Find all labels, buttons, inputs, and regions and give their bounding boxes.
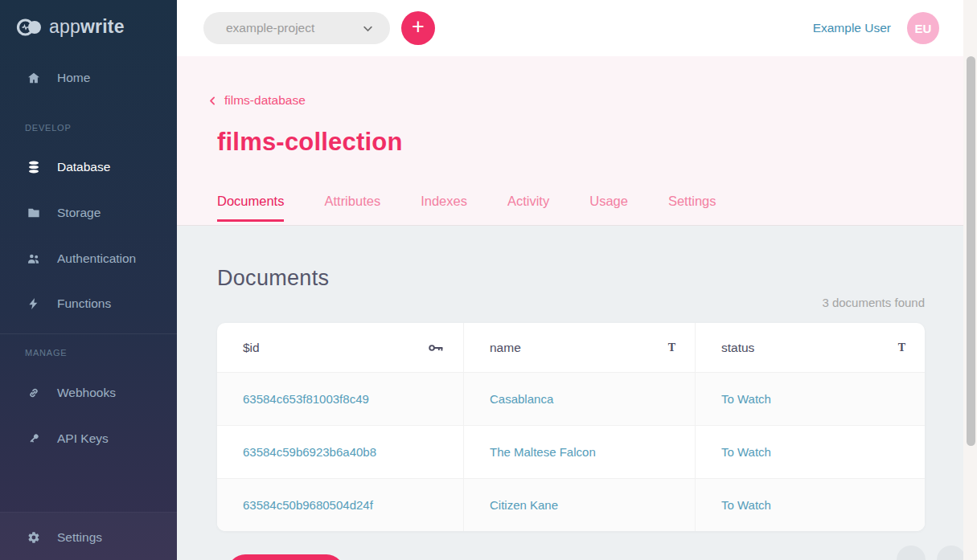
column-header-name[interactable]: name T [463, 323, 695, 372]
cell-document-id[interactable]: 63584c50b9680504d24f [217, 479, 463, 531]
sidebar-item-functions[interactable]: Functions [27, 294, 111, 313]
gear-icon [27, 531, 40, 544]
scrollbar-track[interactable] [963, 0, 977, 560]
plus-icon: + [412, 16, 425, 38]
project-selector-value: example-project [226, 21, 314, 35]
cell-name[interactable]: Casablanca [463, 373, 695, 425]
folder-icon [27, 206, 40, 219]
appwrite-logo[interactable]: appwrite [16, 16, 125, 38]
user-area: Example User EU [813, 0, 939, 56]
sidebar-item-label: Functions [57, 296, 111, 311]
tab-usage[interactable]: Usage [589, 194, 628, 222]
breadcrumb[interactable]: films-database [207, 93, 306, 108]
user-name[interactable]: Example User [813, 21, 891, 35]
logo-wordmark: appwrite [49, 16, 125, 38]
table-header-row: $id name T status T [217, 323, 925, 372]
sidebar-item-storage[interactable]: Storage [27, 203, 101, 223]
sidebar-item-label: Database [57, 160, 110, 174]
avatar[interactable]: EU [907, 12, 939, 44]
section-heading: Documents [217, 266, 329, 291]
tab-settings[interactable]: Settings [668, 194, 716, 222]
appwrite-logo-icon [16, 17, 42, 38]
lightning-icon [27, 297, 40, 310]
tab-indexes[interactable]: Indexes [421, 194, 467, 222]
cell-document-id[interactable]: 63584c653f81003f8c49 [217, 373, 463, 425]
column-header-id[interactable]: $id [217, 323, 463, 372]
breadcrumb-label: films-database [224, 93, 306, 108]
tab-attributes[interactable]: Attributes [324, 194, 380, 222]
sidebar-item-label: Webhooks [57, 386, 116, 400]
topbar: example-project + Example User EU [177, 0, 963, 56]
avatar-initials: EU [915, 22, 932, 35]
cell-document-id[interactable]: 63584c59b6923b6a40b8 [217, 426, 463, 478]
table-row[interactable]: 63584c59b6923b6a40b8 The Maltese Falcon … [217, 425, 925, 478]
cell-name[interactable]: The Maltese Falcon [463, 426, 695, 478]
sidebar-item-label: Settings [57, 530, 102, 545]
users-icon [27, 252, 40, 265]
sidebar-item-settings[interactable]: Settings [27, 528, 102, 547]
result-count: 3 documents found [822, 296, 925, 309]
sidebar-section-develop: DEVELOP [25, 123, 72, 133]
sidebar-item-home[interactable]: Home [27, 68, 90, 88]
tab-documents[interactable]: Documents [217, 194, 284, 222]
sidebar-item-authentication[interactable]: Authentication [27, 249, 136, 268]
project-selector[interactable]: example-project [203, 12, 390, 44]
sidebar-item-label: API Keys [57, 431, 109, 446]
documents-panel: Documents 3 documents found $id name T s… [177, 226, 963, 560]
text-attribute-icon: T [898, 341, 905, 354]
text-attribute-icon: T [668, 341, 675, 354]
pagination-prev-button[interactable] [897, 546, 926, 560]
database-icon [27, 161, 40, 174]
page-title: films-collection [217, 128, 403, 157]
sidebar: appwrite Home DEVELOP Database Storage A… [0, 0, 177, 560]
table-row[interactable]: 63584c50b9680504d24f Citizen Kane To Wat… [217, 478, 925, 531]
sidebar-item-webhooks[interactable]: Webhooks [27, 383, 116, 403]
sidebar-section-manage: MANAGE [25, 348, 67, 358]
sidebar-item-api-keys[interactable]: API Keys [27, 429, 109, 448]
table-row[interactable]: 63584c653f81003f8c49 Casablanca To Watch [217, 372, 925, 425]
cell-status[interactable]: To Watch [695, 479, 925, 531]
pagination-next-button[interactable] [937, 546, 966, 560]
scrollbar-thumb[interactable] [967, 56, 975, 446]
sidebar-item-label: Storage [57, 206, 101, 220]
column-header-status[interactable]: status T [695, 323, 925, 372]
tab-activity[interactable]: Activity [507, 194, 549, 222]
link-icon [27, 386, 40, 399]
sidebar-divider [0, 512, 177, 513]
documents-table: $id name T status T 63584c653f81003f8c49… [217, 323, 925, 531]
chevron-down-icon [362, 22, 374, 35]
collection-header: films-database films-collection Document… [177, 56, 963, 226]
sidebar-item-label: Home [57, 71, 90, 85]
key-icon [27, 432, 40, 445]
cell-status[interactable]: To Watch [695, 373, 925, 425]
sidebar-divider [0, 333, 177, 334]
sidebar-item-database[interactable]: Database [27, 157, 110, 177]
key-icon [429, 343, 444, 353]
tab-bar: Documents Attributes Indexes Activity Us… [217, 194, 716, 222]
add-document-button[interactable] [228, 554, 344, 560]
create-button[interactable]: + [401, 11, 435, 45]
cell-status[interactable]: To Watch [695, 426, 925, 478]
home-icon [27, 72, 40, 84]
chevron-left-icon [207, 96, 218, 106]
cell-name[interactable]: Citizen Kane [463, 479, 695, 531]
sidebar-item-label: Authentication [57, 251, 136, 266]
